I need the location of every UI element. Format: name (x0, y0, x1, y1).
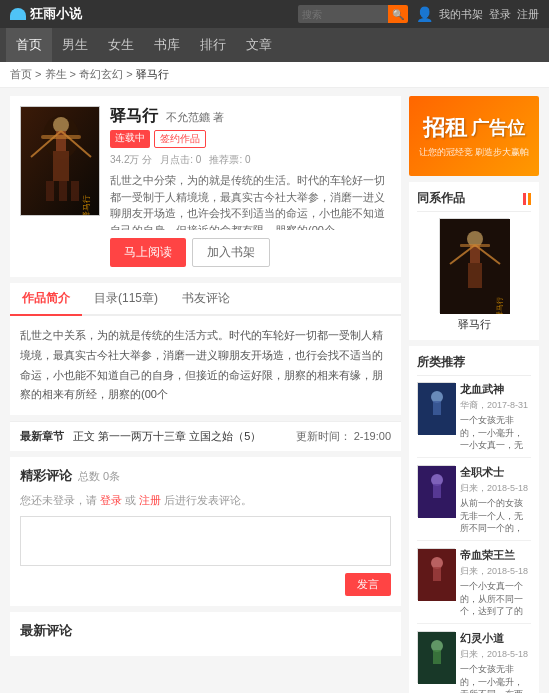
rec-title: 所类推荐 (417, 354, 531, 376)
rec-item-3: 幻灵小道 归来，2018-5-18 一个女孩无非的，一小毫升，无所不同，东西到了… (417, 631, 531, 693)
svg-rect-32 (433, 650, 441, 664)
comment-form: 发言 (20, 516, 391, 596)
svg-text:驿马行: 驿马行 (496, 297, 504, 315)
ad-banner[interactable]: 招租 广告位 让您的冠经竞 刷造步大赢帕 (409, 96, 539, 176)
register-link[interactable]: 注册 (517, 7, 539, 22)
user-avatar-icon: 👤 (416, 6, 433, 22)
comment-textarea[interactable] (20, 516, 391, 566)
chapter-info: 最新章节 正文 第一一两万十三章 立国之始（5） (20, 429, 261, 444)
current-work-section: 同系作品 驿马行 (409, 182, 539, 340)
stat-comments: 月点击: 0 (160, 153, 201, 167)
comments-title: 精彩评论 总数 0条 (20, 467, 391, 485)
comment-login-link[interactable]: 登录 (100, 494, 122, 506)
rec-desc-0: 一个女孩无非的，一小毫升，一小女真一，无所不同 (460, 414, 531, 450)
sidebar: 招租 广告位 让您的冠经竞 刷造步大赢帕 同系作品 (409, 96, 539, 693)
svg-rect-10 (59, 181, 67, 201)
search-button[interactable]: 🔍 (388, 5, 408, 23)
comment-form-footer: 发言 (20, 573, 391, 596)
rec-info-0: 龙血武神 华裔，2017-8-31 一个女孩无非的，一小毫升，一小女真一，无所不… (460, 382, 531, 450)
nav-item-articles[interactable]: 文章 (236, 28, 282, 62)
update-label: 更新时间： (296, 430, 351, 442)
svg-rect-29 (433, 567, 441, 581)
rec-title-1[interactable]: 全职术士 (460, 465, 531, 480)
nav: 首页 男生 女生 书库 排行 文章 (0, 28, 549, 62)
logo-text: 狂雨小说 (30, 5, 82, 23)
book-cover: 驿马行 (20, 106, 100, 216)
nav-item-ranking[interactable]: 排行 (190, 28, 236, 62)
breadcrumb-home[interactable]: 首页 (10, 68, 32, 80)
login-link[interactable]: 登录 (489, 7, 511, 22)
comment-submit-button[interactable]: 发言 (345, 573, 391, 596)
main-content: 驿马行 驿马行 不允范鑣 著 连载中 签约作品 34.2万 分 月点击: 0 推… (10, 96, 401, 693)
read-button[interactable]: 马上阅读 (110, 238, 186, 267)
stat-favorites: 推荐票: 0 (209, 153, 250, 167)
rec-info-1: 全职术士 归来，2018-5-18 从前一个的女孩无非一个人，无所不同一个的，无… (460, 465, 531, 533)
rec-cover-0[interactable] (417, 382, 455, 434)
rec-cover-2[interactable] (417, 548, 455, 600)
tag-contract: 签约作品 (154, 130, 206, 148)
svg-rect-23 (433, 401, 441, 415)
book-description: 乱世之中分荣，为的就是传统的生活。时代的车轮好一切都一受制于人精境境，最真实古今… (110, 172, 391, 230)
current-work-title: 同系作品 (417, 190, 531, 212)
latest-label: 最新章节 (20, 430, 64, 442)
tab-toc[interactable]: 目录(115章) (82, 283, 170, 314)
rec-cover-3[interactable] (417, 631, 455, 683)
nav-item-male[interactable]: 男生 (52, 28, 98, 62)
header-right: 🔍 👤 我的书架 登录 注册 (298, 5, 539, 23)
rec-meta-0: 华裔，2017-8-31 (460, 399, 531, 412)
nav-item-home[interactable]: 首页 (6, 28, 52, 62)
update-info: 更新时间： 2-19:00 (296, 429, 391, 444)
tab-intro[interactable]: 作品简介 (10, 283, 82, 316)
recommendations-section: 所类推荐 龙血武神 华裔，2017-8-31 一个女孩无非的，一小毫升，一小女真… (409, 346, 539, 693)
ad-desc: 让您的冠经竞 刷造步大赢帕 (419, 146, 530, 159)
rec-desc-1: 从前一个的女孩无非一个人，无所不同一个的，无所不同 (460, 497, 531, 533)
add-shelf-button[interactable]: 加入书架 (192, 238, 270, 267)
svg-point-3 (53, 117, 69, 133)
rec-meta-1: 归来，2018-5-18 (460, 482, 531, 495)
ad-title: 招租 (423, 113, 467, 143)
book-details: 驿马行 不允范鑣 著 连载中 签约作品 34.2万 分 月点击: 0 推荐票: … (110, 106, 391, 267)
rec-title-2[interactable]: 帝血荣王兰 (460, 548, 531, 563)
breadcrumb: 首页 > 养生 > 奇幻玄幻 > 驿马行 (0, 62, 549, 88)
search-input[interactable] (298, 5, 388, 23)
svg-rect-9 (46, 181, 54, 201)
rec-desc-2: 一个小女真一个的，从所不同一个，达到了了的东方了76% (460, 580, 531, 616)
main-container: 驿马行 驿马行 不允范鑣 著 连载中 签约作品 34.2万 分 月点击: 0 推… (0, 88, 549, 693)
rec-cover-1[interactable] (417, 465, 455, 517)
breadcrumb-yangshen[interactable]: 养生 (45, 68, 67, 80)
book-cover-illustration: 驿马行 (21, 107, 100, 216)
rec-item-2: 帝血荣王兰 归来，2018-5-18 一个小女真一个的，从所不同一个，达到了了的… (417, 548, 531, 624)
tag-status: 连载中 (110, 130, 150, 148)
svg-rect-18 (468, 263, 482, 288)
svg-rect-26 (433, 484, 441, 498)
rec-title-3[interactable]: 幻灵小道 (460, 631, 531, 646)
comment-register-link[interactable]: 注册 (139, 494, 161, 506)
tabs-section: 作品简介 目录(115章) 书友评论 乱世之中关系，为的就是传统的生活方式。时代… (10, 283, 401, 415)
rec-info-3: 幻灵小道 归来，2018-5-18 一个女孩无非的，一小毫升，无所不同，东西到了… (460, 631, 531, 693)
update-time: 2-19:00 (354, 430, 391, 442)
book-author: 不允范鑣 著 (166, 110, 224, 125)
current-book: 驿马行 驿马行 (417, 218, 531, 332)
book-tags: 连载中 签约作品 (110, 130, 391, 148)
svg-rect-11 (71, 181, 79, 201)
breadcrumb-current: 驿马行 (136, 68, 169, 80)
stat-views: 34.2万 分 (110, 153, 152, 167)
search-form: 🔍 (298, 5, 408, 23)
breadcrumb-fantasy[interactable]: 奇幻玄幻 (79, 68, 123, 80)
svg-rect-5 (41, 135, 81, 139)
tab-reviews[interactable]: 书友评论 (170, 283, 242, 314)
ad-subtitle: 广告位 (471, 116, 525, 140)
rec-title-0[interactable]: 龙血武神 (460, 382, 531, 397)
latest-comments-title: 最新评论 (20, 622, 391, 640)
latest-comments-section: 最新评论 (10, 612, 401, 656)
chapter-link[interactable]: 正文 第一一两万十三章 立国之始（5） (73, 430, 261, 442)
nav-item-library[interactable]: 书库 (144, 28, 190, 62)
my-shelf-link[interactable]: 我的书架 (439, 7, 483, 22)
rec-meta-2: 归来，2018-5-18 (460, 565, 531, 578)
logo[interactable]: 狂雨小说 (10, 5, 82, 23)
book-stats: 34.2万 分 月点击: 0 推荐票: 0 (110, 153, 391, 167)
header: 狂雨小说 🔍 👤 我的书架 登录 注册 (0, 0, 549, 28)
current-book-name[interactable]: 驿马行 (417, 317, 531, 332)
rec-item-0: 龙血武神 华裔，2017-8-31 一个女孩无非的，一小毫升，一小女真一，无所不… (417, 382, 531, 458)
nav-item-female[interactable]: 女生 (98, 28, 144, 62)
